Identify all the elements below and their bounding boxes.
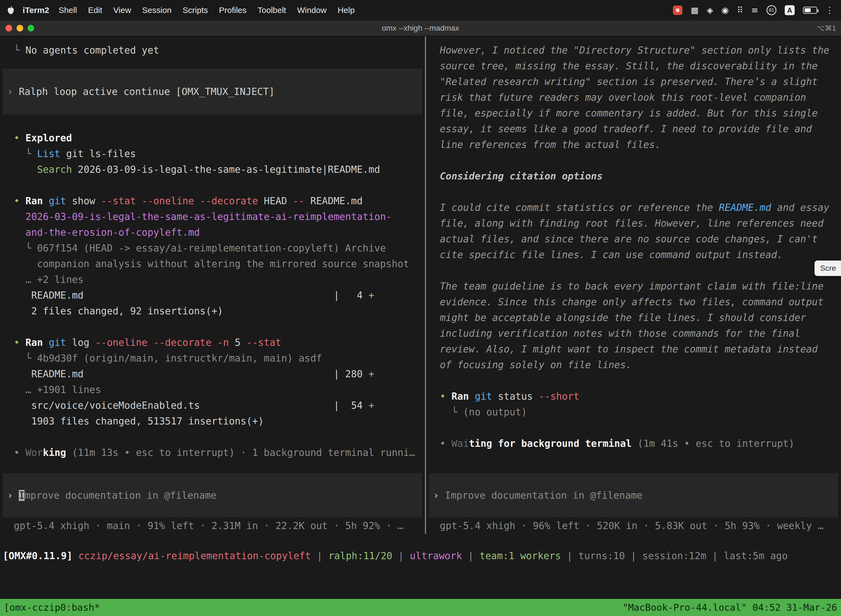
menu-item-profiles[interactable]: Profiles: [219, 6, 246, 15]
text-segment: However, I noticed the "Directory Struct…: [440, 45, 835, 150]
blank-line: [426, 420, 841, 436]
record-circle-icon[interactable]: ◉: [722, 6, 729, 15]
screen-overlay-button[interactable]: Scre: [815, 261, 841, 276]
commit-summary-line: └ 067f154 (HEAD -> essay/ai-reimplementa…: [0, 241, 425, 256]
text-segment: README.md | 280: [14, 368, 368, 380]
text-segment: +: [368, 290, 374, 301]
text-segment: git: [475, 391, 492, 402]
text-segment: |: [311, 550, 328, 561]
left-pane-log: • Explored └ List git ls-files Search 20…: [0, 114, 425, 461]
prompt-input[interactable]: › Improve documentation in @filename: [3, 473, 422, 518]
menu-item-scripts[interactable]: Scripts: [183, 6, 208, 15]
text-segment: [14, 164, 37, 175]
text-segment: king: [43, 447, 66, 458]
text-segment: README.md: [305, 195, 363, 207]
text-segment: git: [48, 195, 66, 207]
battery-fill: [804, 8, 811, 12]
control-center-icon[interactable]: ⋮: [826, 6, 834, 15]
text-segment: └: [14, 243, 37, 254]
text-segment: --oneline --decorate: [95, 337, 211, 348]
team-workers-label: team:1 workers: [479, 550, 561, 561]
prompt-input[interactable]: › Improve documentation in @filename: [429, 473, 838, 518]
text-segment: I: [19, 490, 25, 501]
ralph-loop-banner: › Ralph loop active continue [OMX_TMUX_I…: [3, 69, 422, 114]
text-segment: ›: [7, 490, 19, 501]
text-segment: └: [14, 148, 37, 159]
blank-line: [426, 263, 841, 279]
no-output-note: └ (no output): [426, 404, 841, 420]
text-segment: └: [440, 406, 463, 418]
truncation-note: … +2 lines: [0, 272, 425, 287]
dots-grid-icon[interactable]: ⠿: [737, 6, 743, 15]
text-segment: (1m 41s • esc to interrupt): [637, 438, 794, 449]
text-segment: [211, 337, 217, 348]
apple-menu-icon[interactable]: [7, 6, 14, 15]
text-segment: Explored: [25, 132, 72, 144]
text-segment: •: [440, 438, 451, 449]
text-segment: gpt-5.4 xhigh · 96% left · 520K in · 5.8…: [440, 520, 823, 531]
session-duration: session:12m: [642, 550, 706, 561]
tiles-icon[interactable]: ▦: [691, 6, 698, 15]
agents-completed-note: └ No agents completed yet: [0, 43, 425, 58]
macos-menu-bar: iTerm2 ShellEditViewSessionScriptsProfil…: [0, 0, 841, 21]
right-terminal-pane[interactable]: However, I noticed the "Directory Struct…: [426, 37, 841, 534]
location-icon[interactable]: ◈: [707, 6, 713, 15]
text-segment: 067f154 (HEAD -> essay/ai-reimplementati…: [37, 243, 386, 254]
menu-item-shell[interactable]: Shell: [59, 6, 77, 15]
blank-line: [0, 429, 425, 445]
text-segment: └: [14, 353, 37, 364]
text-segment: -n: [217, 337, 229, 348]
menu-item-edit[interactable]: Edit: [88, 6, 103, 15]
text-segment: └: [14, 45, 25, 56]
menu-item-view[interactable]: View: [113, 6, 131, 15]
truncation-note: … +1901 lines: [0, 382, 425, 398]
text-segment: companion analysis without altering the …: [14, 258, 409, 269]
text-segment: •: [14, 195, 25, 207]
window-title-bar[interactable]: omx --xhigh --madmax ⌥⌘1: [0, 21, 841, 37]
text-segment: ›: [7, 86, 19, 97]
input-source-icon[interactable]: A: [785, 5, 795, 15]
diffstat-line: README.md | 280 +: [0, 366, 425, 382]
battery-icon[interactable]: [803, 7, 817, 14]
text-segment: 4b9d30f (origin/main, instructkr/main, m…: [37, 353, 322, 364]
text-segment: Considering citation options: [440, 170, 603, 182]
tmux-session-window[interactable]: [omx-cczip0:bash*: [4, 602, 100, 613]
menu-item-window[interactable]: Window: [297, 6, 327, 15]
model-status-line: gpt-5.4 xhigh · 96% left · 520K in · 5.8…: [426, 518, 841, 534]
blank-line: [426, 153, 841, 168]
diffstat-summary: 1903 files changed, 513517 insertions(+): [0, 414, 425, 429]
text-segment: and-the-erosion-of-copyleft.md: [25, 227, 200, 238]
text-segment: --stat: [246, 337, 281, 348]
working-status-line: • Working (11m 13s • esc to interrupt) ·…: [0, 445, 425, 461]
screen-recording-indicator[interactable]: [673, 6, 682, 15]
gauge-icon[interactable]: 61: [766, 5, 777, 15]
reasoning-paragraph: The team guideline is to back every impo…: [426, 279, 841, 373]
text-segment: [14, 227, 25, 238]
model-status-line: gpt-5.4 xhigh · main · 91% left · 2.31M …: [0, 518, 425, 534]
text-segment: log: [66, 337, 95, 348]
text-segment: •: [14, 132, 25, 144]
lines-icon[interactable]: ≡: [751, 6, 758, 15]
tmux-status-bar: [omx-cczip0:bash* "MacBook-Pro-44.local"…: [0, 599, 841, 616]
menu-item-toolbelt[interactable]: Toolbelt: [258, 6, 286, 15]
menu-item-help[interactable]: Help: [338, 6, 355, 15]
left-terminal-pane[interactable]: └ No agents completed yet › Ralph loop a…: [0, 37, 425, 534]
menu-item-session[interactable]: Session: [142, 6, 171, 15]
text-segment: 2026-03-09-is-legal-the-same-as-legitima…: [25, 211, 392, 222]
text-segment: [66, 447, 72, 458]
text-segment: |: [393, 550, 410, 561]
text-segment: README.md | 4: [14, 290, 368, 301]
window-shortcut-badge: ⌥⌘1: [817, 24, 836, 32]
right-pane-log: However, I noticed the "Directory Struct…: [426, 43, 841, 452]
text-segment: •: [440, 391, 451, 402]
diffstat-summary: 2 files changed, 92 insertions(+): [0, 303, 425, 319]
omx-branch-label: cczip/essay/ai-reimplementation-copyleft: [78, 550, 311, 561]
text-segment: … +1901 lines: [14, 384, 101, 395]
menu-app-name[interactable]: iTerm2: [23, 6, 49, 15]
menu-items: ShellEditViewSessionScriptsProfilesToolb…: [59, 6, 366, 15]
blank-line: [426, 184, 841, 200]
text-segment: src/voice/voiceModeEnabled.ts | 54: [14, 400, 368, 411]
last-activity: last:5m ago: [724, 550, 788, 561]
diffstat-line: src/voice/voiceModeEnabled.ts | 54 +: [0, 398, 425, 414]
text-segment: The team guideline is to back every impo…: [440, 281, 829, 370]
